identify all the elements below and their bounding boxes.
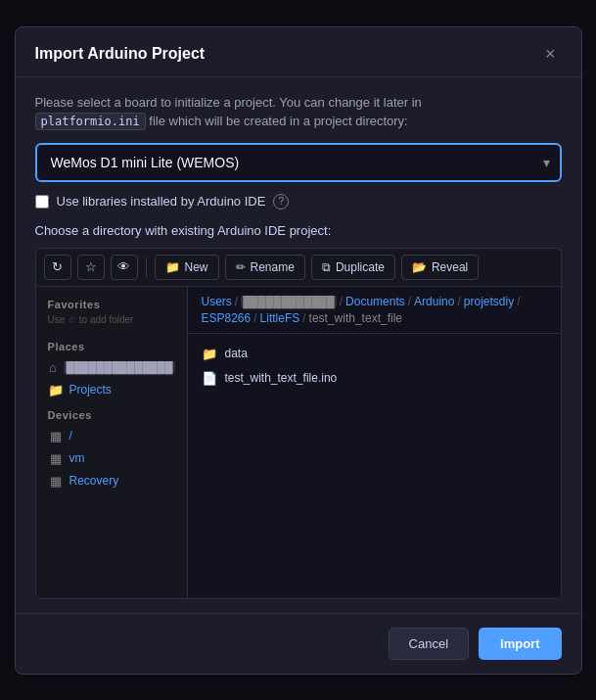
dialog-header: Import Arduino Project ×: [16, 27, 581, 77]
libraries-label: Use libraries installed by Arduino IDE: [57, 194, 266, 209]
list-item[interactable]: 📄 test_with_text_file.ino: [188, 366, 561, 391]
breadcrumb-esp8266[interactable]: ESP8266: [202, 311, 252, 325]
home-icon: ⌂: [48, 360, 59, 375]
duplicate-button[interactable]: ⧉ Duplicate: [311, 255, 395, 280]
description-text: Please select a board to initialize a pr…: [35, 93, 562, 131]
breadcrumb-projetsdiy[interactable]: projetsdiy: [464, 295, 514, 308]
directory-section-label: Choose a directory with existing Arduino…: [35, 223, 562, 238]
drive-icon-recovery: ▦: [48, 474, 64, 489]
dialog-footer: Cancel Import: [16, 613, 581, 674]
import-dialog: Import Arduino Project × Please select a…: [15, 26, 582, 675]
drive-icon-root: ▦: [48, 429, 64, 443]
breadcrumb-sep-2: /: [340, 295, 343, 308]
libraries-checkbox[interactable]: [35, 195, 49, 209]
root-label: /: [69, 429, 72, 443]
breadcrumb-user-masked: ████████████: [241, 296, 337, 307]
info-icon[interactable]: ?: [273, 194, 289, 210]
sidebar-pane: Favorites Use ☆ to add folder Places ⌂ █…: [36, 287, 188, 598]
file-name-data: data: [225, 347, 248, 360]
favorites-hint: Use ☆ to add folder: [36, 314, 187, 333]
sidebar-item-root[interactable]: ▦ /: [36, 425, 187, 447]
projects-label: Projects: [69, 383, 112, 397]
rename-button[interactable]: ✏ Rename: [225, 255, 305, 280]
folder-icon: 📁: [48, 383, 64, 397]
devices-section-title: Devices: [36, 409, 187, 425]
star-icon: ☆: [85, 259, 97, 274]
breadcrumb-littlefs[interactable]: LittleFS: [260, 311, 300, 325]
reveal-icon: 📂: [412, 260, 427, 274]
duplicate-icon: ⧉: [322, 260, 331, 274]
import-button[interactable]: Import: [479, 628, 561, 660]
places-section-title: Places: [36, 341, 187, 356]
file-list: 📁 data 📄 test_with_text_file.ino: [188, 334, 561, 398]
platformio-ini-ref: platformio.ini: [35, 113, 146, 130]
breadcrumb-sep-7: /: [302, 311, 305, 325]
home-label: ██████████████: [64, 361, 174, 373]
rename-icon: ✏: [236, 260, 246, 274]
dialog-body: Please select a board to initialize a pr…: [16, 77, 581, 615]
favorites-button[interactable]: ☆: [77, 255, 105, 280]
breadcrumb-users[interactable]: Users: [202, 295, 232, 308]
drive-icon-vm: ▦: [48, 451, 64, 466]
breadcrumb-current: test_with_text_file: [309, 311, 402, 325]
folder-icon-data: 📁: [202, 347, 217, 361]
content-pane: Users / ████████████ / Documents / Ardui…: [188, 287, 561, 598]
close-button[interactable]: ×: [539, 43, 562, 65]
file-name-ino: test_with_text_file.ino: [225, 371, 338, 385]
toolbar-separator: [146, 257, 147, 277]
breadcrumb-sep-1: /: [235, 295, 238, 308]
vm-label: vm: [69, 451, 85, 465]
file-browser-toolbar: ↻ ☆ 👁 📁 New ✏ Rename ⧉: [35, 248, 562, 286]
breadcrumb-documents[interactable]: Documents: [345, 295, 405, 308]
recovery-label: Recovery: [69, 474, 119, 488]
new-button[interactable]: 📁 New: [155, 255, 219, 280]
new-folder-icon: 📁: [165, 260, 180, 274]
breadcrumb-arduino[interactable]: Arduino: [414, 295, 454, 308]
breadcrumb-sep-6: /: [253, 311, 256, 325]
dialog-title: Import Arduino Project: [35, 45, 206, 63]
libraries-checkbox-row: Use libraries installed by Arduino IDE ?: [35, 194, 562, 210]
sidebar-item-projects[interactable]: 📁 Projects: [36, 379, 187, 401]
refresh-button[interactable]: ↻: [44, 255, 71, 280]
board-select-wrapper: WeMos D1 mini Lite (WEMOS) ▾: [35, 143, 562, 182]
breadcrumb-sep-4: /: [457, 295, 460, 308]
board-select[interactable]: WeMos D1 mini Lite (WEMOS): [35, 143, 562, 182]
eye-icon: 👁: [117, 259, 130, 274]
dialog-overlay: Import Arduino Project × Please select a…: [0, 0, 596, 700]
cancel-button[interactable]: Cancel: [389, 628, 469, 660]
refresh-icon: ↻: [52, 259, 63, 274]
file-icon-ino: 📄: [202, 371, 217, 386]
reveal-button[interactable]: 📂 Reveal: [401, 255, 479, 280]
breadcrumb-sep-3: /: [408, 295, 411, 308]
file-browser: Favorites Use ☆ to add folder Places ⌂ █…: [35, 286, 562, 599]
sidebar-item-vm[interactable]: ▦ vm: [36, 447, 187, 470]
sidebar-item-home[interactable]: ⌂ ██████████████: [36, 356, 187, 379]
breadcrumb: Users / ████████████ / Documents / Ardui…: [188, 287, 561, 334]
favorites-section-title: Favorites: [36, 299, 187, 314]
breadcrumb-sep-5: /: [517, 295, 520, 308]
show-hidden-button[interactable]: 👁: [111, 255, 138, 280]
list-item[interactable]: 📁 data: [188, 342, 561, 366]
sidebar-item-recovery[interactable]: ▦ Recovery: [36, 470, 187, 492]
